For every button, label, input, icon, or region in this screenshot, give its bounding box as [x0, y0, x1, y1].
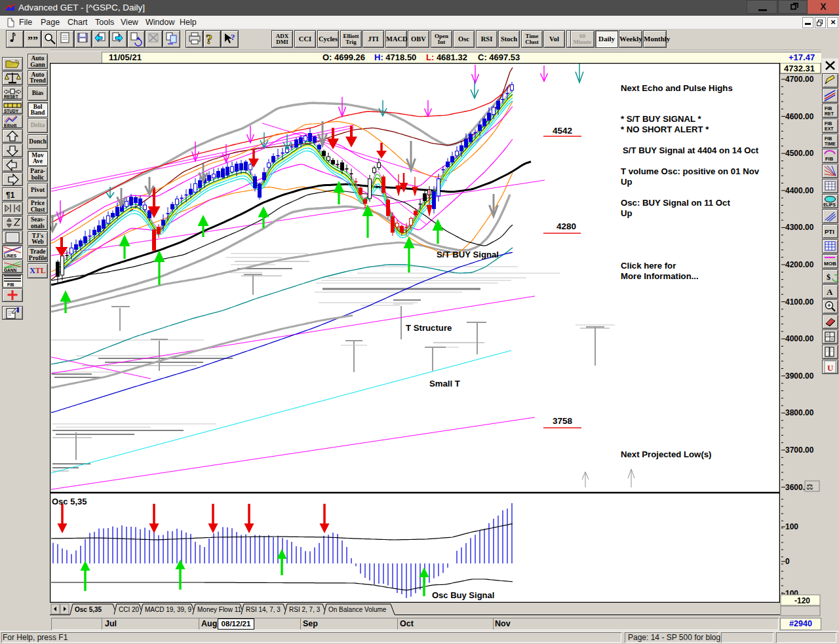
svg-text:PTI: PTI — [825, 228, 834, 235]
svg-text:?: ? — [206, 32, 212, 47]
svg-text:⚖: ⚖ — [806, 482, 813, 491]
svg-text:4200.00: 4200.00 — [785, 260, 814, 269]
svg-text:Osc: BUY Signal on 11 Oct: Osc: BUY Signal on 11 Oct — [621, 198, 730, 208]
svg-text:4000.00: 4000.00 — [785, 334, 814, 343]
svg-text:* S/T BUY SIGNAL *: * S/T BUY SIGNAL * — [621, 114, 701, 124]
svg-text:RET: RET — [825, 111, 834, 116]
svg-text:0: 0 — [785, 557, 790, 566]
svg-text:FIB: FIB — [7, 282, 14, 287]
svg-text:¶1: ¶1 — [6, 191, 15, 200]
svg-text:RESET: RESET — [4, 94, 18, 99]
svg-text:3758: 3758 — [553, 416, 573, 426]
svg-text:STUDY: STUDY — [4, 109, 19, 113]
svg-text:FIB: FIB — [825, 156, 834, 162]
svg-text:GANN: GANN — [4, 268, 16, 273]
svg-text:?: ? — [231, 32, 235, 42]
svg-text:CCI 20: CCI 20 — [119, 606, 140, 613]
svg-text:More Information...: More Information... — [621, 271, 699, 281]
svg-text:4280: 4280 — [556, 221, 576, 231]
svg-text:4100.00: 4100.00 — [785, 297, 814, 307]
svg-text:Osc 5,35: Osc 5,35 — [75, 606, 102, 613]
svg-text:FIB: FIB — [825, 106, 832, 111]
svg-text:TIME: TIME — [825, 142, 836, 146]
svg-text:U: U — [827, 363, 834, 373]
svg-text:Next Projected Low(s): Next Projected Low(s) — [621, 449, 712, 459]
svg-text:FIB: FIB — [825, 121, 832, 126]
svg-text:4500.00: 4500.00 — [785, 149, 814, 158]
svg-text:4700.00: 4700.00 — [785, 75, 814, 84]
svg-text:ELIPS: ELIPS — [823, 202, 836, 207]
svg-text:RSI 14, 7, 3: RSI 14, 7, 3 — [246, 606, 281, 613]
svg-text:S/T BUY Signal at 4404 on 14 O: S/T BUY Signal at 4404 on 14 Oct — [623, 145, 759, 155]
svg-text:Small T: Small T — [429, 379, 460, 388]
svg-text:MACD 19, 39, 9: MACD 19, 39, 9 — [145, 606, 192, 613]
svg-text:Click here for: Click here for — [621, 261, 676, 271]
svg-text:T Structure: T Structure — [406, 323, 452, 333]
svg-text:3800.00: 3800.00 — [785, 408, 814, 417]
svg-text:4300.00: 4300.00 — [785, 223, 814, 232]
svg-text:Osc Buy Signal: Osc Buy Signal — [432, 590, 494, 600]
svg-text:Elliott: Elliott — [4, 123, 17, 128]
svg-text:* NO SHORT ALERT *: * NO SHORT ALERT * — [621, 124, 709, 134]
svg-text:Money Flow 11: Money Flow 11 — [197, 606, 242, 613]
svg-text:A: A — [827, 287, 833, 297]
svg-text:Up: Up — [621, 208, 633, 218]
svg-text:T volume Osc: positive on 01 N: T volume Osc: positive on 01 Nov — [621, 166, 760, 176]
svg-text:Next Echo and Pulse Highs: Next Echo and Pulse Highs — [621, 83, 733, 93]
svg-text:4400.00: 4400.00 — [785, 186, 814, 195]
svg-text:4732.31: 4732.31 — [784, 64, 815, 73]
svg-text:-120: -120 — [794, 596, 810, 605]
svg-text:S/T BUY Signal: S/T BUY Signal — [437, 250, 499, 259]
svg-text:4542: 4542 — [553, 126, 572, 136]
svg-text:3700.00: 3700.00 — [785, 445, 814, 455]
svg-text:Osc 5,35: Osc 5,35 — [52, 497, 87, 506]
svg-text:3900.00: 3900.00 — [785, 371, 814, 381]
svg-text:On Balance Volume: On Balance Volume — [328, 606, 387, 613]
svg-text:RSI 2, 7, 3: RSI 2, 7, 3 — [289, 606, 321, 613]
svg-text:100: 100 — [785, 522, 798, 531]
svg-text:EXT: EXT — [825, 126, 834, 131]
svg-text:$: $ — [827, 273, 830, 282]
svg-text:Up: Up — [621, 177, 633, 187]
svg-text:MOB: MOB — [824, 261, 836, 267]
svg-text:4600.00: 4600.00 — [785, 112, 814, 121]
svg-text:LINES: LINES — [4, 254, 17, 258]
svg-text:FIB: FIB — [825, 136, 832, 141]
